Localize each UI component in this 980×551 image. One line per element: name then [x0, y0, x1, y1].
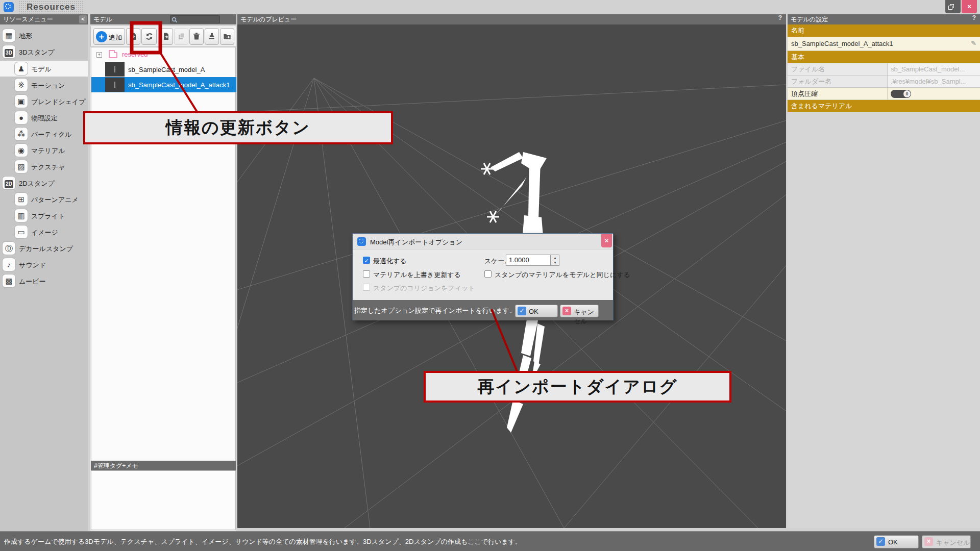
scale-spinner[interactable]: ▲ ▼ — [551, 255, 559, 266]
sidebar-item-movie[interactable]: ▩ムービー — [0, 273, 88, 289]
settings-help[interactable]: ? — [972, 14, 976, 21]
annotation-reimport-dialog: 再インポートダイアログ — [424, 371, 731, 403]
refresh-info-button[interactable] — [141, 28, 157, 45]
checkbox-checked-icon[interactable]: ✓ — [363, 257, 370, 264]
copy-button[interactable] — [174, 28, 188, 45]
ok-button[interactable]: ✓ OK — [874, 535, 919, 548]
tree-item-model-a[interactable]: sb_SampleCast_model_A — [91, 62, 236, 77]
texture-icon: ▨ — [15, 160, 28, 173]
x-icon: × — [924, 537, 933, 546]
close-window-button[interactable]: × — [962, 0, 977, 13]
checkbox-icon[interactable] — [363, 270, 370, 278]
status-text: 作成するゲームで使用する3Dモデル、テクスチャ、スプライト、イメージ、サウンド等… — [4, 537, 522, 546]
cancel-button[interactable]: × キャンセル — [922, 535, 971, 548]
sidebar-item-motion[interactable]: ※モーション — [0, 77, 88, 93]
checkbox-icon[interactable] — [484, 270, 492, 278]
sidebar-item-pattern-anime[interactable]: ⊞パターンアニメ — [0, 191, 88, 207]
vertex-compression-toggle[interactable]: 0 — [891, 90, 911, 98]
plus-icon: ＋ — [96, 31, 107, 42]
name-section-header: 名前 — [788, 24, 980, 37]
preview-header: モデルのプレビュー — [237, 14, 786, 24]
sidebar-item-sound[interactable]: ♪サウンド — [0, 257, 88, 272]
sidebar-item-sprite[interactable]: ▥スプライト — [0, 208, 88, 223]
dialog-footer-text: 指定したオプション設定で再インポートを行います。 — [354, 306, 516, 315]
stamp-button[interactable] — [205, 28, 219, 45]
tree-item-model-a-attack1[interactable]: sb_SampleCast_model_A_attack1 — [91, 77, 236, 92]
import-file-button[interactable] — [126, 28, 140, 45]
vertex-compression-row: 頂点圧縮 0 — [788, 88, 980, 100]
decal-stamp-icon: Ⓓ — [3, 242, 15, 255]
sidebar-item-terrain[interactable]: ▦地形 — [0, 28, 88, 43]
material-icon: ◉ — [15, 144, 28, 157]
physics-icon: ● — [15, 111, 28, 124]
folder-name-row: フォルダー名 .¥res¥model¥sb_Sampl... — [788, 76, 980, 88]
sidebar-item-2d-stamp[interactable]: 2D2Dスタンプ — [0, 175, 88, 191]
sidebar-item-model[interactable]: ♟モデル — [0, 61, 88, 77]
name-field[interactable]: sb_SampleCast_model_A_attack1 ✎ — [788, 37, 980, 51]
blend-shape-icon: ▣ — [15, 95, 28, 108]
memo-header: #管理タグ+メモ — [91, 461, 236, 470]
file-plus-icon — [129, 32, 137, 40]
reimport-dialog: Model再インポートオプション × ✓ 最適化する スケール 1.0000 ▲… — [352, 233, 614, 320]
dialog-footer: 指定したオプション設定で再インポートを行います。 ✓ OK × キャンセル — [353, 300, 613, 320]
sprite-icon: ▥ — [15, 209, 28, 222]
sidebar-collapse-button[interactable]: < — [79, 15, 87, 23]
sidebar-item-physics[interactable]: ●物理設定 — [0, 110, 88, 126]
spin-down-icon[interactable]: ▼ — [551, 261, 559, 264]
model-thumbnail — [105, 78, 125, 92]
dialog-titlebar: Model再インポートオプション — [353, 234, 613, 249]
sidebar-header: リソースメニュー — [0, 14, 88, 24]
checkbox-disabled-icon — [363, 284, 370, 291]
refresh-icon — [145, 32, 154, 41]
materials-section-header: 含まれるマテリアル — [788, 100, 980, 112]
delete-button[interactable] — [189, 28, 204, 45]
basic-section-header: 基本 — [788, 51, 980, 63]
sidebar-item-image[interactable]: ▭イメージ — [0, 224, 88, 240]
memo-input[interactable] — [91, 470, 236, 530]
image-icon: ▭ — [15, 226, 28, 238]
sidebar-item-decal-stamp[interactable]: Ⓓデカールスタンプ — [0, 240, 88, 256]
scale-input[interactable]: 1.0000 — [506, 255, 551, 266]
stamp-3d-icon: 3D — [3, 45, 15, 58]
dialog-title: Model再インポートオプション — [370, 238, 462, 247]
motion-icon: ※ — [15, 79, 28, 91]
stamp-2d-icon: 2D — [3, 177, 15, 189]
sidebar-item-3d-stamp[interactable]: 3D3Dスタンプ — [0, 44, 88, 60]
sidebar-item-material[interactable]: ◉マテリアル — [0, 142, 88, 158]
model-list-panel: モデル ? ＋ 追加 + reserved — [90, 14, 236, 531]
sidebar-item-texture[interactable]: ▨テクスチャ — [0, 159, 88, 174]
export-folder-button[interactable] — [220, 28, 234, 45]
pattern-anime-icon: ⊞ — [15, 193, 28, 206]
model-settings-panel: モデルの設定 ? 名前 sb_SampleCast_model_A_attack… — [788, 14, 980, 528]
resource-menu-sidebar: リソースメニュー < ▦地形 3D3Dスタンプ ♟モデル ※モーション ▣ブレン… — [0, 14, 88, 531]
spin-up-icon[interactable]: ▲ — [551, 256, 559, 260]
check-icon: ✓ — [876, 537, 885, 546]
movie-icon: ▩ — [3, 274, 15, 287]
check-icon: ✓ — [518, 307, 526, 315]
preview-help[interactable]: ? — [778, 14, 782, 21]
add-button[interactable]: ＋ 追加 — [93, 28, 125, 45]
sidebar-item-particle[interactable]: ⁂パーティクル — [0, 126, 88, 142]
reimport-button[interactable] — [159, 28, 173, 45]
file-name-row: ファイル名 sb_SampleCast_model... — [788, 63, 980, 76]
sidebar-item-blend-shape[interactable]: ▣ブレンドシェイプ — [0, 93, 88, 109]
app-logo-icon — [357, 237, 366, 246]
folder-export-icon — [223, 32, 231, 40]
search-input[interactable] — [170, 15, 220, 23]
resources-window: Resources × リソースメニュー < ▦地形 3D3Dスタンプ ♟モデル… — [0, 0, 980, 551]
model-icon: ♟ — [15, 62, 28, 75]
expander-icon[interactable]: + — [96, 52, 102, 58]
settings-header: モデルの設定 — [788, 14, 980, 24]
dialog-close-button[interactable]: × — [601, 234, 612, 247]
edit-pencil-icon[interactable]: ✎ — [971, 39, 976, 47]
search-icon — [172, 17, 178, 23]
dialog-ok-button[interactable]: ✓ OK — [515, 305, 558, 317]
restore-window-button[interactable] — [945, 0, 961, 13]
trash-icon — [192, 32, 201, 40]
x-icon: × — [562, 307, 571, 315]
file-export-icon — [162, 32, 170, 40]
dialog-cancel-button[interactable]: × キャンセル — [560, 305, 599, 317]
annotation-update-button: 情報の更新ボタン — [83, 111, 393, 144]
tree-folder-reserved[interactable]: + reserved — [91, 49, 236, 61]
status-bar: 作成するゲームで使用する3Dモデル、テクスチャ、スプライト、イメージ、サウンド等… — [0, 531, 980, 551]
